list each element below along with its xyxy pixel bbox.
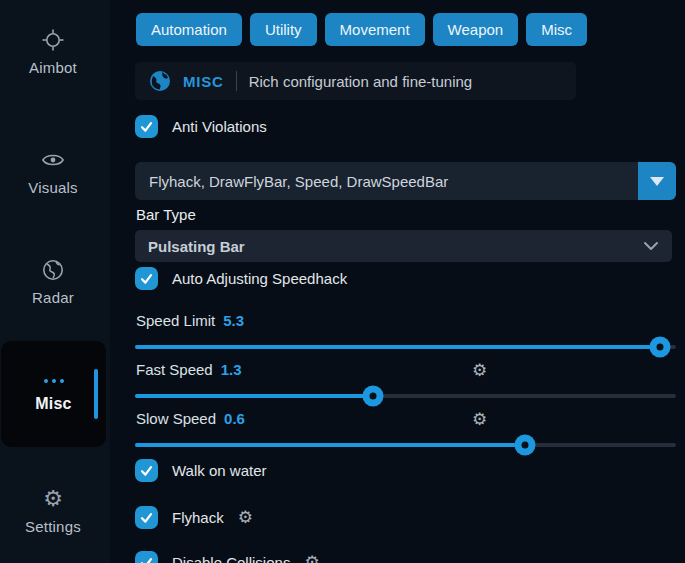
select-value: Pulsating Bar: [148, 238, 245, 255]
checkbox-checked-icon[interactable]: [135, 506, 158, 529]
gear-icon[interactable]: ⚙: [238, 509, 253, 526]
slider-label-text: Fast Speed: [136, 361, 213, 378]
sidebar-item-label: Misc: [35, 395, 71, 413]
dots-icon: [42, 376, 66, 386]
sidebar-item-settings[interactable]: ⚙ Settings: [0, 487, 106, 535]
sidebar-item-label: Radar: [32, 289, 74, 306]
checkbox-label: Flyhack: [172, 509, 224, 526]
slider-thumb[interactable]: [363, 386, 384, 407]
slider-fill: [135, 345, 660, 349]
gear-icon[interactable]: ⚙: [472, 411, 487, 428]
sidebar-item-visuals[interactable]: Visuals: [0, 148, 106, 196]
slider-value: 0.6: [224, 410, 245, 427]
checkbox-label: Walk on water: [172, 462, 266, 479]
sidebar-item-aimbot[interactable]: Aimbot: [0, 28, 106, 76]
section-title: MISC: [183, 73, 224, 90]
speed-limit-slider[interactable]: [135, 345, 676, 349]
gear-icon[interactable]: ⚙: [304, 554, 319, 563]
bar-type-select[interactable]: Pulsating Bar: [135, 230, 672, 262]
multiselect-value: Flyhack, DrawFlyBar, Speed, DrawSpeedBar: [135, 173, 638, 190]
toggle-anti-violations[interactable]: Anti Violations: [135, 115, 267, 138]
slider-value: 5.3: [223, 312, 244, 329]
checkbox-checked-icon[interactable]: [135, 115, 158, 138]
fast-speed-label: Fast Speed 1.3: [136, 361, 242, 378]
dropdown-button[interactable]: [638, 162, 676, 200]
checkbox-checked-icon[interactable]: [135, 551, 158, 563]
flag-multiselect[interactable]: Flyhack, DrawFlyBar, Speed, DrawSpeedBar: [135, 162, 676, 200]
toggle-walk-on-water[interactable]: Walk on water: [135, 459, 266, 482]
section-header: MISC Rich configuration and fine-tuning: [135, 62, 576, 100]
slider-value: 1.3: [221, 361, 242, 378]
tab-weapon[interactable]: Weapon: [433, 13, 519, 46]
tab-movement[interactable]: Movement: [325, 13, 425, 46]
slider-thumb[interactable]: [514, 435, 535, 456]
cheat-menu-window: Aimbot Visuals Radar Mi: [0, 0, 685, 563]
slow-speed-slider[interactable]: [135, 443, 676, 447]
globe-icon: [41, 258, 65, 282]
content-panel: Automation Utility Movement Weapon Misc …: [135, 0, 676, 563]
tab-utility[interactable]: Utility: [250, 13, 317, 46]
sidebar-item-misc[interactable]: Misc: [1, 341, 106, 447]
slider-thumb[interactable]: [649, 337, 670, 358]
toggle-disable-collisions[interactable]: Disable Collisions ⚙: [135, 551, 320, 563]
gear-icon[interactable]: ⚙: [472, 362, 487, 379]
checkbox-checked-icon[interactable]: [135, 459, 158, 482]
chevron-down-icon: [643, 241, 659, 251]
fast-speed-slider[interactable]: [135, 394, 676, 398]
globe-icon: [149, 70, 171, 92]
slider-fill: [135, 443, 525, 447]
eye-icon: [41, 148, 65, 172]
toggle-flyhack[interactable]: Flyhack ⚙: [135, 506, 253, 529]
slider-label-text: Slow Speed: [136, 410, 216, 427]
sidebar-item-label: Aimbot: [29, 59, 77, 76]
checkbox-label: Anti Violations: [172, 118, 267, 135]
sidebar: Aimbot Visuals Radar Mi: [0, 0, 110, 563]
checkbox-checked-icon[interactable]: [135, 267, 158, 290]
sidebar-item-label: Visuals: [28, 179, 77, 196]
crosshair-icon: [41, 28, 65, 52]
active-indicator: [94, 369, 98, 419]
bar-type-label: Bar Type: [136, 206, 196, 223]
slider-fill: [135, 394, 373, 398]
gear-icon: ⚙: [41, 487, 65, 511]
toggle-auto-adjusting-speedhack[interactable]: Auto Adjusting Speedhack: [135, 267, 347, 290]
checkbox-label: Disable Collisions: [172, 554, 290, 563]
sidebar-item-label: Settings: [25, 518, 81, 535]
slider-label-text: Speed Limit: [136, 312, 215, 329]
tab-misc[interactable]: Misc: [526, 13, 587, 46]
slow-speed-label: Slow Speed 0.6: [136, 410, 245, 427]
tab-automation[interactable]: Automation: [136, 13, 242, 46]
divider: [236, 71, 237, 91]
speed-limit-label: Speed Limit 5.3: [136, 312, 244, 329]
triangle-down-icon: [650, 177, 664, 186]
checkbox-label: Auto Adjusting Speedhack: [172, 270, 347, 287]
sidebar-item-radar[interactable]: Radar: [0, 258, 106, 306]
section-subtitle: Rich configuration and fine-tuning: [249, 73, 472, 90]
tab-bar: Automation Utility Movement Weapon Misc: [136, 13, 587, 46]
